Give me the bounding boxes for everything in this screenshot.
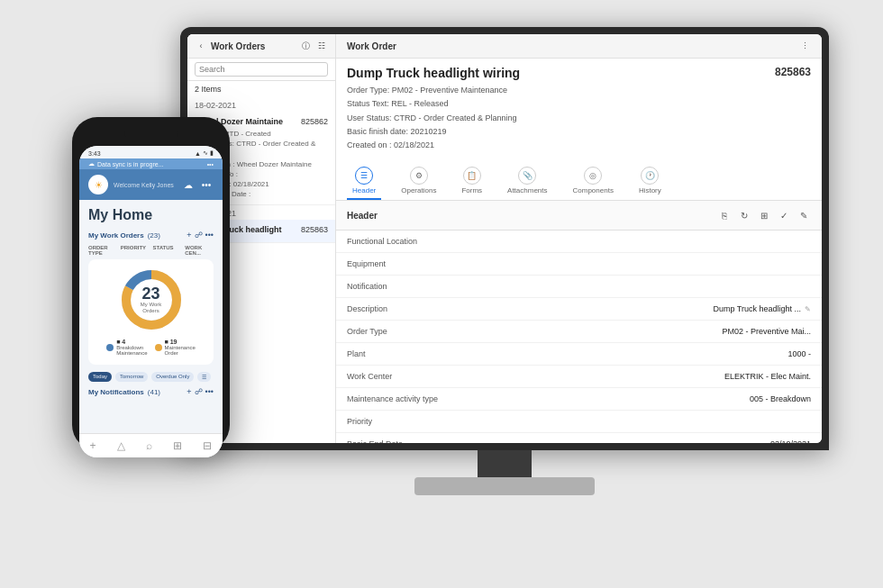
field-functional-location: Functional Location (336, 231, 822, 253)
chart-legend: ■ 4 BreakdownMaintenance ■ 19 Maintenanc… (106, 339, 196, 356)
phone-status-icons: ▲ ∿ ▮ (195, 149, 214, 157)
wo-header-icons: ⓘ ☷ (299, 40, 328, 52)
bottom-grid-icon[interactable]: ⊞ (173, 439, 182, 452)
field-description: Description Dump Truck headlight ... ✎ (336, 298, 822, 321)
phone-time: 3:43 (88, 150, 101, 157)
tab-header-icon: ☰ (355, 167, 373, 185)
phone-screen: 3:43 ▲ ∿ ▮ ☁ Data sync is in progre... •… (79, 146, 223, 457)
phone-notifications-section: My Notifications (41) + ☍ ••• (88, 387, 214, 396)
field-order-type-label: Order Type (347, 327, 722, 336)
sync-bar-text: Data sync is in progre... (97, 161, 164, 167)
filter-tab-today[interactable]: Today (88, 372, 112, 382)
phone-work-orders-section-header: My Work Orders (23) + ☍ ••• (88, 231, 214, 240)
field-notification-label: Notification (347, 282, 811, 291)
legend-maintenance-label: MaintenanceOrder (165, 345, 196, 356)
tab-history[interactable]: 🕐 History (633, 163, 667, 200)
edit-section-icon[interactable]: ✎ (797, 208, 811, 222)
legend-maintenance: ■ 19 MaintenanceOrder (155, 339, 196, 356)
field-plant-value: 1000 - (787, 349, 811, 358)
phone-notif-icons: + ☍ ••• (187, 387, 214, 396)
legend-dot-maintenance (155, 344, 162, 351)
bottom-add-icon[interactable]: + (90, 439, 96, 452)
monitor-neck (478, 450, 532, 477)
field-description-label: Description (347, 304, 713, 313)
tab-history-icon: 🕐 (641, 167, 659, 185)
field-order-type-value: PM02 - Preventive Mai... (722, 327, 811, 336)
tab-attachments[interactable]: 📎 Attachments (502, 163, 552, 200)
filter-tab-tomorrow[interactable]: Tomorrow (115, 372, 148, 382)
field-equipment-label: Equipment (347, 259, 811, 268)
phone-wo-more-icon[interactable]: ••• (205, 231, 214, 240)
bottom-alert-icon[interactable]: △ (117, 439, 125, 452)
col-work-center: WORK CEN... (185, 245, 214, 256)
mobile-phone: 3:43 ▲ ∿ ▮ ☁ Data sync is in progre... •… (72, 117, 230, 450)
field-notification: Notification (336, 276, 822, 298)
phone-notif-title: My Notifications (88, 388, 144, 396)
meta-user-status: User Status: CTRD - Order Created & Plan… (347, 112, 811, 125)
field-functional-location-label: Functional Location (347, 237, 811, 246)
detail-main-title: Dump Truck headlight wiring (347, 66, 520, 80)
filter-icon[interactable]: ☷ (315, 40, 328, 52)
tab-operations[interactable]: ⚙ Operations (396, 163, 442, 200)
wo-panel-header: ‹ Work Orders ⓘ ☷ (187, 34, 335, 59)
phone-wo-search-icon[interactable]: ☍ (195, 231, 203, 240)
wo-search-input[interactable] (195, 62, 328, 77)
bottom-menu-icon[interactable]: ⊟ (203, 439, 212, 452)
col-status: STATUS (153, 245, 182, 256)
wo-item-1-number: 825862 (301, 117, 328, 126)
phone-cloud-icon[interactable]: ☁ (181, 177, 196, 192)
copy-icon[interactable]: ⎘ (717, 208, 732, 222)
detail-menu-icon[interactable]: ⋮ (798, 40, 811, 52)
tab-attachments-icon: 📎 (518, 167, 536, 185)
phone-app-header-text: Welcome Kelly Jones (114, 182, 174, 188)
detail-header-icons: ⋮ (798, 40, 811, 52)
field-equipment: Equipment (336, 253, 822, 276)
phone-table-header: ORDER TYPE PRIORITY STATUS WORK CEN... (88, 245, 214, 256)
legend-breakdown-text: ■ 4 BreakdownMaintenance (116, 339, 147, 356)
bottom-search-icon[interactable]: ⌕ (146, 439, 152, 452)
phone-notif-add-icon[interactable]: + (187, 387, 191, 396)
legend-maintenance-text: ■ 19 MaintenanceOrder (165, 339, 196, 356)
tab-forms-icon: 📋 (463, 167, 481, 185)
tab-operations-icon: ⚙ (410, 167, 428, 185)
battery-icon: ▮ (210, 149, 214, 157)
location-icon[interactable]: ⓘ (299, 40, 312, 52)
tab-header[interactable]: ☰ Header (347, 163, 381, 200)
description-edit-icon[interactable]: ✎ (805, 305, 811, 313)
work-order-detail-panel: Work Order ⋮ Dump Truck headlight wiring… (336, 34, 822, 443)
check-icon[interactable]: ✓ (777, 208, 791, 222)
header-section-bar: Header ⎘ ↻ ⊞ ✓ ✎ (336, 201, 822, 231)
back-icon[interactable]: ‹ (195, 40, 207, 52)
col-order-type: ORDER TYPE (88, 245, 117, 256)
tab-forms[interactable]: 📋 Forms (456, 163, 487, 200)
tab-components-icon: ◎ (584, 167, 602, 185)
phone-more-icon[interactable]: ••• (199, 177, 214, 192)
monitor-bezel: ‹ Work Orders ⓘ ☷ 2 Items 18-02-2021 (180, 27, 829, 450)
monitor-stand (414, 477, 595, 495)
filter-tab-overdue[interactable]: Overdue Only (151, 372, 194, 382)
phone-notif-search-icon[interactable]: ☍ (195, 387, 203, 396)
expand-icon[interactable]: ⊞ (757, 208, 771, 222)
phone-notif-more-icon[interactable]: ••• (205, 387, 214, 396)
tab-attachments-label: Attachments (507, 186, 547, 194)
phone-header-icons: ☁ ••• (181, 177, 214, 192)
phone-notif-count: (41) (148, 388, 160, 396)
phone-wo-add-icon[interactable]: + (187, 231, 191, 240)
field-basic-end-date-value: 02/19/2021 (770, 439, 811, 443)
meta-created-on: Created on : 02/18/2021 (347, 139, 811, 152)
legend-breakdown-count: ■ 4 (116, 339, 147, 345)
donut-label: 23 My Work Orders (135, 285, 167, 314)
app-logo: ☀ (88, 175, 108, 194)
wo-search-area (187, 59, 335, 81)
monitor-screen: ‹ Work Orders ⓘ ☷ 2 Items 18-02-2021 (187, 34, 822, 443)
tab-components[interactable]: ◎ Components (568, 163, 619, 200)
field-basic-end-date-label: Basic End Date (347, 439, 770, 443)
phone-notch (124, 128, 178, 142)
donut-chart: 23 My Work Orders (120, 268, 183, 331)
scene: ‹ Work Orders ⓘ ☷ 2 Items 18-02-2021 (0, 0, 883, 588)
refresh-icon[interactable]: ↻ (737, 208, 751, 222)
phone-content: My Home My Work Orders (23) + ☍ ••• ORDE… (79, 200, 223, 439)
filter-tab-list-icon[interactable]: ☰ (197, 372, 211, 382)
wo-header-left: ‹ Work Orders (195, 40, 265, 52)
phone-outer: 3:43 ▲ ∿ ▮ ☁ Data sync is in progre... •… (72, 117, 230, 450)
